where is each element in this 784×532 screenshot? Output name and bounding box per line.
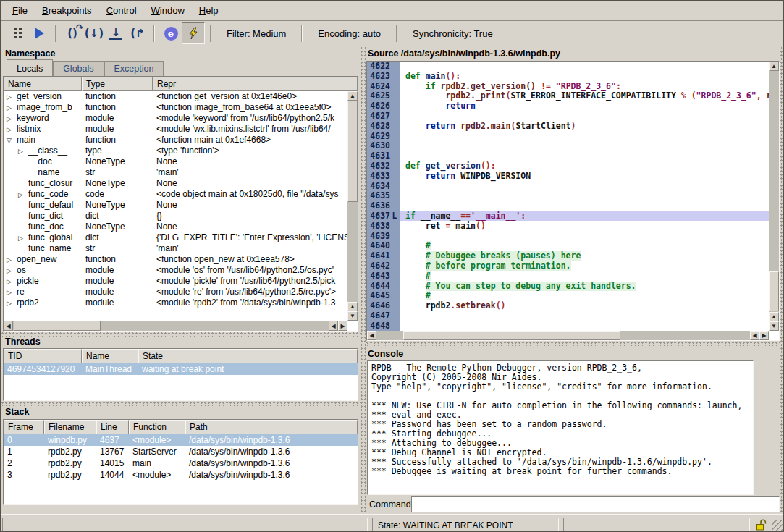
- table-row[interactable]: ▷osmodule<module 'os' from '/usr/lib64/p…: [4, 265, 347, 276]
- source-line[interactable]: 4646 rpdb2.setbreak(): [367, 301, 769, 311]
- table-row[interactable]: func_closurNoneTypeNone: [4, 178, 347, 189]
- namespace-threads-splitter[interactable]: [1, 332, 361, 337]
- source-line[interactable]: 4623def main():: [367, 72, 769, 82]
- source-line[interactable]: 4632def get_version():: [367, 161, 769, 172]
- column-header[interactable]: TID: [4, 349, 82, 363]
- expander-icon[interactable]: ▷: [7, 298, 17, 308]
- table-row[interactable]: ▷image_from_bfunction<function image_fro…: [4, 102, 347, 113]
- menu-breakpoints[interactable]: Breakpoints: [35, 2, 99, 19]
- source-line[interactable]: 4637Lif __name__=='__main__':: [367, 211, 769, 221]
- scroll-up-icon[interactable]: ▲: [769, 62, 779, 71]
- next-button[interactable]: ()↷: [62, 23, 83, 43]
- scroll-left-icon[interactable]: ◀: [750, 331, 759, 340]
- table-row[interactable]: 0winpdb.py4637<module>/data/sys/bin/winp…: [4, 434, 358, 446]
- scroll-thumb[interactable]: [347, 101, 358, 202]
- source-line[interactable]: 4631: [367, 151, 769, 161]
- scroll-down-icon[interactable]: ▼: [769, 321, 779, 331]
- scroll-left-icon[interactable]: ◀: [367, 331, 376, 340]
- scroll-up-icon[interactable]: ▲: [347, 302, 358, 311]
- table-row[interactable]: 1rpdb2.py13767StartServer/data/sys/bin/w…: [4, 446, 358, 457]
- table-row[interactable]: ▷func_codecode<code object main at 0x180…: [4, 189, 347, 200]
- table-row[interactable]: ▷remodule<module 're' from '/usr/lib64/p…: [4, 287, 347, 297]
- column-header[interactable]: Type: [82, 77, 153, 91]
- menu-file[interactable]: File: [5, 2, 35, 19]
- scroll-left-icon[interactable]: ◀: [329, 321, 338, 331]
- table-row[interactable]: func_namestr'main': [4, 243, 347, 254]
- table-row[interactable]: func_docNoneTypeNone: [4, 221, 347, 232]
- scroll-thumb[interactable]: [403, 331, 620, 340]
- menu-help[interactable]: Help: [192, 2, 226, 19]
- source-line[interactable]: 4634: [367, 182, 769, 192]
- source-console-splitter[interactable]: [366, 341, 780, 346]
- table-row[interactable]: 2rpdb2.py14015main/data/sys/bin/winpdb-1…: [4, 457, 358, 469]
- table-row[interactable]: ▽mainfunction<function main at 0x1ef4668…: [4, 135, 347, 145]
- source-line[interactable]: 4648: [367, 321, 769, 331]
- column-header[interactable]: Path: [185, 420, 358, 434]
- resize-grip-icon[interactable]: [772, 520, 783, 531]
- scroll-right-icon[interactable]: ▶: [338, 321, 347, 331]
- expander-icon[interactable]: ▷: [7, 92, 17, 102]
- table-row[interactable]: 46974534127920MainThreadwaiting at break…: [4, 363, 358, 375]
- synchronicity-button[interactable]: [182, 22, 205, 44]
- table-row[interactable]: func_defaulNoneTypeNone: [4, 200, 347, 211]
- source-line[interactable]: 4635: [367, 191, 769, 201]
- break-button[interactable]: [7, 23, 28, 43]
- table-row[interactable]: ▷func_globaldict{'DLG_EXPR_TITLE': 'Ente…: [4, 232, 347, 243]
- namespace-hscrollbar[interactable]: ◀ ◀ ▶: [4, 321, 347, 331]
- expander-icon[interactable]: ▷: [18, 233, 28, 243]
- source-line[interactable]: 4641 # Debuggee breaks (pauses) here: [367, 251, 769, 261]
- scroll-left-icon[interactable]: ◀: [4, 321, 13, 331]
- column-header[interactable]: Name: [4, 77, 82, 91]
- source-vscrollbar[interactable]: ▲ ▲ ▼: [769, 62, 779, 331]
- expander-icon[interactable]: ▷: [7, 124, 17, 135]
- step-button[interactable]: (↓): [83, 23, 105, 43]
- scroll-thumb[interactable]: [14, 321, 101, 331]
- table-row[interactable]: ▷picklemodule<module 'pickle' from '/usr…: [4, 276, 347, 287]
- table-row[interactable]: ▷get_versionfunction<function get_versio…: [4, 91, 347, 102]
- source-line[interactable]: 4647: [367, 311, 769, 321]
- column-header[interactable]: State: [138, 349, 358, 363]
- expander-icon[interactable]: ▽: [7, 135, 17, 145]
- scroll-down-icon[interactable]: ▼: [347, 311, 358, 321]
- menu-control[interactable]: Control: [99, 2, 144, 19]
- namespace-vscrollbar[interactable]: ▲ ▲ ▼: [347, 91, 358, 321]
- source-line[interactable]: 4644 # You can step to debug any exit ha…: [367, 282, 769, 292]
- source-line[interactable]: 4643 #: [367, 271, 769, 282]
- table-row[interactable]: ▷__class__type<type 'function'>: [4, 145, 347, 156]
- source-line[interactable]: 4636: [367, 201, 769, 211]
- expander-icon[interactable]: ▷: [18, 146, 28, 156]
- expander-icon[interactable]: ▷: [7, 276, 17, 287]
- table-row[interactable]: ▷open_newfunction<function open_new at 0…: [4, 254, 347, 265]
- source-line[interactable]: 4624 if rpdb2.get_version() != "RPDB_2_3…: [367, 82, 769, 92]
- table-row[interactable]: func_dictdict{}: [4, 211, 347, 221]
- source-line[interactable]: 4625 rpdb2._print(STR_ERROR_INTERFACE_CO…: [367, 91, 769, 101]
- source-line[interactable]: 4639: [367, 232, 769, 242]
- expander-icon[interactable]: ▷: [7, 114, 17, 124]
- scroll-right-icon[interactable]: ▶: [759, 331, 769, 340]
- column-header[interactable]: Frame: [4, 420, 44, 434]
- expander-icon[interactable]: ▷: [7, 255, 17, 265]
- source-line[interactable]: 4640 #: [367, 241, 769, 251]
- expander-icon[interactable]: ▷: [7, 287, 17, 297]
- tab-locals[interactable]: Locals: [7, 59, 53, 76]
- table-row[interactable]: 3rpdb2.py14044<module>/data/sys/bin/winp…: [4, 469, 358, 481]
- source-line[interactable]: 4642 # before program termination.: [367, 261, 769, 271]
- expander-icon[interactable]: ▷: [7, 266, 17, 276]
- table-row[interactable]: ▷rpdb2module<module 'rpdb2' from '/data/…: [4, 297, 347, 308]
- table-row[interactable]: ▷keywordmodule<module 'keyword' from '/u…: [4, 113, 347, 124]
- console-output[interactable]: RPDB - The Remote Python Debugger, versi…: [367, 360, 754, 495]
- source-line[interactable]: 4633 return WINPDB_VERSION: [367, 172, 769, 182]
- column-header[interactable]: Line: [96, 420, 129, 434]
- menu-window[interactable]: Window: [144, 2, 192, 19]
- source-hscrollbar[interactable]: ◀ ◀ ▶: [367, 331, 769, 340]
- table-row[interactable]: __doc__NoneTypeNone: [4, 156, 347, 167]
- column-header[interactable]: Filename: [44, 420, 96, 434]
- source-line[interactable]: 4626 return: [367, 101, 769, 111]
- goto-button[interactable]: ↓: [105, 23, 127, 43]
- return-button[interactable]: (↱: [127, 23, 148, 43]
- expander-icon[interactable]: ▷: [7, 103, 17, 113]
- source-line[interactable]: 4630: [367, 141, 769, 151]
- tab-exception[interactable]: Exception: [104, 61, 164, 76]
- source-line[interactable]: 4622: [367, 62, 769, 72]
- table-row[interactable]: __name__str'main': [4, 167, 347, 178]
